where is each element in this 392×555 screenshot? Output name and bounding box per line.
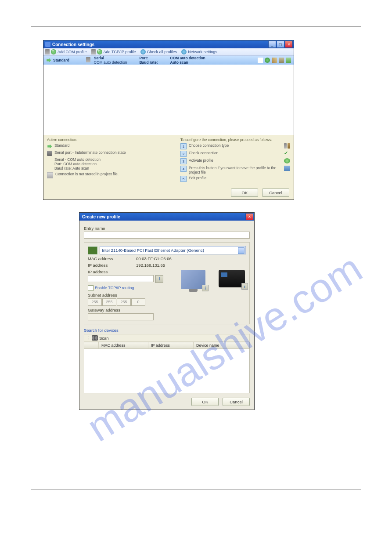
close-button[interactable]: ✕ <box>285 41 293 48</box>
gateway-label: Gateway address <box>88 308 246 312</box>
activate-icon[interactable] <box>265 58 270 63</box>
routing-checkbox[interactable] <box>88 285 94 291</box>
activate-icon <box>284 158 290 163</box>
step-4: 4 <box>180 166 187 172</box>
active-arrow-icon <box>46 58 51 63</box>
baud-label: Baud rate: <box>139 60 158 65</box>
top-rule <box>31 26 361 27</box>
subnet-address-input: 255 255 255 0 <box>88 298 246 306</box>
ip-address-input[interactable] <box>88 275 154 282</box>
step-5-text: Edit profile <box>189 176 281 180</box>
profile-type: Serial <box>94 56 104 60</box>
check-all-profiles-button[interactable]: Check all profiles <box>140 49 177 54</box>
delete-icon[interactable] <box>279 58 284 63</box>
globe-icon <box>140 49 146 54</box>
tower-icons <box>284 143 290 149</box>
ip-info-button[interactable]: i <box>155 275 163 283</box>
connection-details: Serial - COM auto detectionPort: COM aut… <box>54 157 101 170</box>
subnet-label: Subnet address <box>88 293 246 297</box>
step-5: 5 <box>180 176 187 182</box>
check-icon[interactable] <box>286 58 291 63</box>
plus-icon <box>51 49 56 54</box>
active-connection-header: Active connection: <box>47 138 173 142</box>
save-icon <box>284 166 290 171</box>
pc-info-button[interactable]: i <box>202 285 209 291</box>
step-1-text: Choose connection type <box>189 143 281 148</box>
connection-graphic: i i <box>181 270 245 289</box>
ip-ro-value: 192.168.131.65 <box>136 263 165 268</box>
serial-icon <box>86 57 90 63</box>
minimize-button[interactable]: _ <box>268 41 276 48</box>
network-settings-button[interactable]: Network settings <box>181 49 217 54</box>
col-mac[interactable]: MAC address <box>99 342 148 348</box>
ok-button[interactable]: OK <box>191 398 219 406</box>
bottom-rule <box>31 489 361 490</box>
scan-button[interactable]: Scan <box>99 336 109 341</box>
edit-icon[interactable] <box>272 58 277 63</box>
col-device[interactable]: Device name <box>194 342 249 348</box>
add-com-profile-button[interactable]: Add COM profile <box>45 49 87 54</box>
app-icon <box>45 42 50 47</box>
titlebar: Create new profile ✕ <box>79 213 254 221</box>
plus-icon <box>97 49 102 54</box>
nic-chip-icon <box>88 247 97 254</box>
ip-ro-label: IP address <box>88 263 136 268</box>
arrow-icon <box>47 144 52 149</box>
instructions-header: To configure the connection, please proc… <box>180 138 290 142</box>
add-tcpip-profile-button[interactable]: Add TCP/IP profile <box>91 49 136 54</box>
step-2: 2 <box>180 151 187 157</box>
pencil-icon <box>284 176 290 181</box>
step-3: 3 <box>180 158 187 164</box>
connection-settings-dialog: Connection settings _ ▢ ✕ Add COM profil… <box>43 40 294 200</box>
baud-value: Auto scan <box>170 60 188 65</box>
port-value: COM auto detection <box>170 56 205 60</box>
titlebar: Connection settings _ ▢ ✕ <box>43 40 294 48</box>
note-icon <box>47 172 53 178</box>
entry-name-label: Entry name <box>84 226 250 231</box>
gateway-input[interactable] <box>88 313 154 320</box>
routing-label: Enable TCP/IP routing <box>95 286 134 290</box>
profile-list-area <box>43 65 294 135</box>
profile-detection: COM auto detection <box>94 60 127 65</box>
adapter-dropdown[interactable]: Intel 21140-Based PCI Fast Ethernet Adap… <box>100 246 246 254</box>
check-icon: ✔ <box>284 151 290 156</box>
port-label: Port: <box>139 56 148 60</box>
device-table: MAC address IP address Device name <box>84 342 250 393</box>
window-title: Create new profile <box>79 214 245 219</box>
plug-icon <box>47 151 52 156</box>
entry-name-input[interactable] <box>84 232 250 239</box>
toolbar: Add COM profile Add TCP/IP profile Check… <box>43 48 294 56</box>
cancel-button[interactable]: Cancel <box>223 398 250 406</box>
plc-icon <box>219 270 245 287</box>
mac-label: MAC address <box>88 256 136 261</box>
binoculars-icon <box>92 335 98 341</box>
step-3-text: Activate profile <box>189 158 281 163</box>
device-table-body <box>84 349 249 393</box>
window-title: Connection settings <box>52 42 268 47</box>
col-ip[interactable]: IP address <box>148 342 194 348</box>
mac-value: 00:03:FF:C1:C6:06 <box>136 256 172 261</box>
profile-name: Standard <box>53 58 69 62</box>
active-profile-name: Standard <box>54 143 70 148</box>
ok-button[interactable]: OK <box>231 189 258 197</box>
profile-row[interactable]: Standard SerialCOM auto detection Port:B… <box>43 56 294 65</box>
create-new-profile-dialog: Create new profile ✕ Entry name Intel 21… <box>79 212 255 410</box>
step-4-text: Press this button if you want to save th… <box>189 166 281 174</box>
stored-note: Connection is not stored in project file… <box>55 172 119 176</box>
plc-info-button[interactable]: i <box>241 283 248 290</box>
adapter-group: Intel 21140-Based PCI Fast Ethernet Adap… <box>84 242 250 324</box>
maximize-button[interactable]: ▢ <box>277 41 284 48</box>
search-devices-header: Search for devices <box>84 328 250 333</box>
status-indicator <box>258 58 263 63</box>
col-blank[interactable] <box>84 342 99 348</box>
cancel-button[interactable]: Cancel <box>262 189 289 197</box>
step-2-text: Check connection <box>189 151 281 155</box>
connection-state: Serial port - Indeterminate connection s… <box>54 150 126 155</box>
step-1: 1 <box>180 143 187 149</box>
network-icon <box>181 49 187 54</box>
close-button[interactable]: ✕ <box>245 213 253 220</box>
